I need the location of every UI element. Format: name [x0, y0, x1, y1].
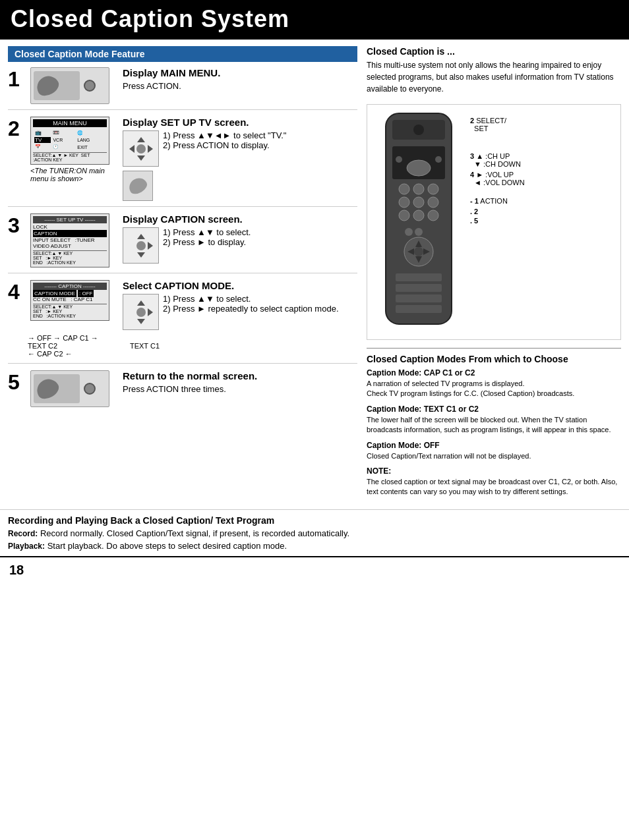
step-5-instruction: Press ACTION three times.: [123, 384, 357, 394]
step-3-instructions: 1) Press ▲▼ to select. 2) Press ► to dis…: [163, 227, 251, 247]
step-1-image: [30, 67, 116, 104]
svg-point-14: [415, 228, 423, 236]
step-1-title: Display MAIN MENU.: [123, 67, 357, 78]
cc-cap-mode-body: A narration of selected TV programs is d…: [367, 379, 621, 399]
step-4-arrow-btn: [123, 294, 159, 330]
svg-point-20: [414, 247, 423, 256]
svg-rect-21: [396, 273, 442, 281]
caption-screen: ------- CAPTION ------- CAPTION MODE : O…: [30, 280, 109, 321]
remote-label-ch: 3 ▲ :CH UP ▼ :CH DOWN: [470, 152, 525, 168]
remote-svg: [373, 110, 465, 334]
step-1-number: 1: [8, 69, 28, 90]
step-5-number: 5: [8, 372, 28, 393]
cc-info-title: Closed Caption is ...: [367, 46, 621, 57]
cc-note-title: NOTE:: [367, 466, 621, 476]
menu-screen-mockup: MAIN MENU 📺📼🌐 TV VCR LANG 📅 🕐: [30, 117, 109, 165]
svg-point-25: [407, 160, 431, 176]
record-text: Record normally. Closed Caption/Text sig…: [40, 528, 349, 538]
cc-off-mode-body: Closed Caption/Text narration will not b…: [367, 451, 621, 461]
remote-label-vol: 4 ► :VOL UP ◄ :VOL DOWN: [470, 171, 525, 186]
step-5-text: Return to the normal screen. Press ACTIO…: [123, 370, 357, 394]
playback-label: Playback:: [8, 542, 45, 551]
svg-rect-23: [396, 294, 442, 302]
svg-point-5: [413, 184, 424, 194]
bottom-playback: Playback: Start playback. Do above steps…: [8, 541, 621, 551]
step-3-instr-1: 1) Press ▲▼ to select.: [163, 227, 251, 237]
cc-off-mode-title: Caption Mode: OFF: [367, 441, 621, 450]
cc-cap-mode-title: Caption Mode: CAP C1 or C2: [367, 368, 621, 378]
step-2-note: <The TUNER:ON main menu is shown>: [30, 167, 116, 182]
step-3-number: 3: [8, 215, 28, 236]
step-5-title: Return to the normal screen.: [123, 370, 357, 381]
step-1-text: Display MAIN MENU. Press ACTION.: [123, 67, 357, 91]
step-4-instr-1: 1) Press ▲▼ to select.: [163, 294, 339, 304]
svg-point-4: [399, 184, 409, 194]
step-4-title: Select CAPTION MODE.: [123, 280, 339, 291]
svg-point-8: [413, 197, 424, 208]
svg-rect-24: [396, 305, 442, 313]
cc-info-body: This multi-use system not only allows th…: [367, 59, 621, 95]
step-2: 2 MAIN MENU 📺📼🌐 TV VCR LANG: [8, 117, 357, 207]
svg-point-13: [405, 228, 413, 236]
step-3-text: Display CAPTION screen. 1) Press ▲▼ to s…: [123, 213, 357, 264]
step-3-image: ------ SET UP TV ------ LOCK CAPTION INP…: [30, 213, 116, 267]
diagram-text-c2: TEXT C2: [28, 342, 57, 350]
svg-point-9: [428, 197, 438, 208]
caption-mode-diagram: → OFF → CAP C1 → TEXT C2 TEXT C1 ← CAP C…: [28, 334, 160, 358]
setup-tv-screen: ------ SET UP TV ------ LOCK CAPTION INP…: [30, 213, 109, 267]
cc-modes-title: Closed Caption Modes From which to Choos…: [367, 354, 621, 364]
svg-rect-22: [396, 284, 442, 292]
cc-modes-section: Closed Caption Modes From which to Choos…: [367, 354, 621, 497]
page-header: Closed Caption System: [0, 0, 629, 40]
step-5-image: [30, 370, 116, 407]
diagram-text-c1: TEXT C1: [130, 342, 160, 350]
step-2-instr-2: 2) Press ACTION to display.: [163, 140, 286, 150]
step-4: 4 ------- CAPTION ------- CAPTION MODE :…: [8, 280, 357, 364]
cc-text-mode-title: Caption Mode: TEXT C1 or C2: [367, 405, 621, 414]
cc-text-mode-body: The lower half of the screen will be blo…: [367, 415, 621, 435]
divider: [367, 348, 621, 349]
step-2-instructions: 1) Press ▲▼◄► to select "TV." 2) Press A…: [163, 130, 286, 150]
svg-point-26: [396, 156, 402, 163]
step-2-action-btn: [123, 171, 153, 201]
step-4-number: 4: [8, 281, 28, 302]
arrow-cross-3: [128, 233, 154, 259]
arrow-cross-4: [128, 299, 154, 325]
svg-point-7: [399, 197, 409, 208]
step-5: 5 Return to the normal screen. Press ACT…: [8, 370, 357, 412]
arrow-cross: [128, 136, 154, 162]
remote-labels: 2 SELECT/ SET 3 ▲ :CH UP ▼ :CH DOWN 4 ► …: [470, 110, 525, 334]
step-3-arrow-btn: [123, 227, 159, 264]
svg-point-6: [428, 184, 438, 194]
cc-note-body: The closed caption or text signal may be…: [367, 477, 621, 497]
svg-point-27: [435, 156, 442, 163]
svg-point-12: [428, 210, 438, 221]
section-header: Closed Caption Mode Feature: [8, 46, 357, 62]
step-2-instr-1: 1) Press ▲▼◄► to select "TV.": [163, 130, 286, 140]
page-number: 18: [0, 556, 629, 583]
left-column: Closed Caption Mode Feature 1 Display MA…: [8, 46, 357, 503]
bottom-title: Recording and Playing Back a Closed Capt…: [8, 515, 621, 526]
playback-text: Start playback. Do above steps to select…: [47, 541, 287, 551]
svg-point-10: [399, 210, 409, 221]
step-1: 1 Display MAIN MENU. Press ACTION.: [8, 67, 357, 110]
remote-label-2: . 2: [470, 208, 525, 215]
step-2-image: MAIN MENU 📺📼🌐 TV VCR LANG 📅 🕐: [30, 117, 116, 182]
remote-illustration-section: 2 SELECT/ SET 3 ▲ :CH UP ▼ :CH DOWN 4 ► …: [367, 104, 621, 340]
svg-point-2: [413, 125, 424, 135]
remote-label-select: 2 SELECT/ SET: [470, 117, 525, 132]
step-4-instructions: 1) Press ▲▼ to select. 2) Press ► repeat…: [163, 294, 339, 314]
step-4-instr-2: 2) Press ► repeatedly to select caption …: [163, 304, 339, 314]
bottom-record: Record: Record normally. Closed Caption/…: [8, 528, 621, 538]
remote-label-5: . 5: [470, 217, 525, 225]
step-1-instruction: Press ACTION.: [123, 81, 357, 91]
record-label: Record:: [8, 529, 38, 538]
step-3-instr-2: 2) Press ► to display.: [163, 237, 251, 247]
bottom-section: Recording and Playing Back a Closed Capt…: [0, 509, 629, 556]
step-2-title: Display SET UP TV screen.: [123, 117, 357, 128]
step-3: 3 ------ SET UP TV ------ LOCK CAPTION I…: [8, 213, 357, 273]
main-content: Closed Caption Mode Feature 1 Display MA…: [0, 40, 629, 509]
page-title: Closed Caption System: [11, 5, 618, 33]
step-2-text: Display SET UP TV screen. 1) Press ▲▼◄► …: [123, 117, 357, 201]
svg-point-11: [413, 210, 424, 221]
